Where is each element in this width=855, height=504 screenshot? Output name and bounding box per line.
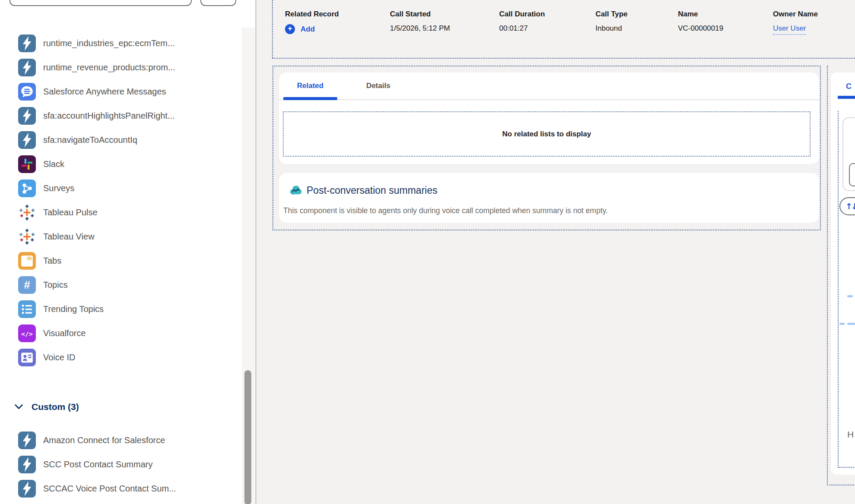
component-list-item[interactable]: Surveys xyxy=(18,180,175,197)
custom-section-title: Custom (3) xyxy=(32,402,79,412)
component-list-item[interactable]: </> Visualforce xyxy=(18,324,175,342)
component-label: SCC Post Contact Summary xyxy=(43,460,152,469)
field-related-record: Related Record Add xyxy=(285,10,339,34)
svg-text:</>: </> xyxy=(21,330,33,338)
lightning-icon xyxy=(18,432,36,449)
component-label: Voice ID xyxy=(43,353,75,362)
field-call-started: Call Started 1/5/2026, 5:12 PM xyxy=(390,10,450,33)
component-label: Tabs xyxy=(43,256,61,266)
component-list-item[interactable]: Trending Topics xyxy=(18,300,175,318)
component-list-item[interactable]: runtime_industries_epc:ecmTem... xyxy=(18,35,175,52)
field-name: Name VC-00000019 xyxy=(678,10,723,33)
tab-strip: Related Details xyxy=(279,72,819,100)
placeholder-dash xyxy=(847,323,855,325)
field-label: Related Record xyxy=(285,10,339,19)
component-palette: runtime_industries_epc:ecmTem... runtime… xyxy=(0,0,256,504)
highlights-panel-outline-left xyxy=(272,0,273,58)
custom-component-list: Amazon Connect for Salesforce SCC Post C… xyxy=(18,432,176,498)
active-tab-underline xyxy=(283,97,337,100)
field-value: 00:01:27 xyxy=(499,24,545,33)
highlights-panel-outline-bottom xyxy=(272,58,855,59)
search-input[interactable] xyxy=(10,0,192,6)
chevron-down-icon xyxy=(13,401,25,413)
related-lists-empty-text: No related lists to display xyxy=(502,130,591,139)
field-value: VC-00000019 xyxy=(678,24,723,33)
right-partial-button[interactable] xyxy=(849,163,855,186)
right-tab-partial[interactable]: C xyxy=(846,82,852,91)
palette-filter-button[interactable] xyxy=(200,0,236,6)
field-owner-name: Owner Name User User xyxy=(773,10,818,35)
tableau-icon xyxy=(18,204,36,221)
placeholder-dash xyxy=(839,323,845,325)
component-list-item[interactable]: SCCAC Voice Post Contact Sum... xyxy=(18,480,176,498)
topics-icon: # xyxy=(18,276,36,294)
custom-section-toggle[interactable]: Custom (3) xyxy=(13,401,79,413)
component-label: runtime_revenue_products:prom... xyxy=(43,63,175,72)
lightning-icon xyxy=(18,35,36,52)
field-label: Call Duration xyxy=(499,10,545,19)
visualforce-icon: </> xyxy=(18,324,36,342)
component-label: Salesforce Anywhere Messages xyxy=(43,87,166,97)
add-related-record-button[interactable]: Add xyxy=(285,24,339,34)
component-label: Amazon Connect for Salesforce xyxy=(43,435,165,445)
pcs-title: Post-conversation summaries xyxy=(307,185,437,196)
einstein-cloud-icon xyxy=(288,183,303,198)
component-list-item[interactable]: Salesforce Anywhere Messages xyxy=(18,83,175,101)
sort-arrows-icon: ↑↓ xyxy=(846,202,855,211)
lightning-icon xyxy=(18,107,36,125)
voice-id-icon xyxy=(18,349,36,366)
owner-name-link[interactable]: User User xyxy=(773,24,806,35)
component-list-item[interactable]: # Topics xyxy=(18,276,175,294)
related-lists-drop-region[interactable]: No related lists to display xyxy=(283,111,811,157)
component-list-item[interactable]: Tabs xyxy=(18,252,175,270)
right-heading-partial: H xyxy=(847,429,854,440)
palette-scrollbar-track[interactable] xyxy=(242,28,255,504)
component-label: SCCAC Voice Post Contact Sum... xyxy=(43,484,176,494)
tabs-icon xyxy=(18,252,36,270)
tab-related[interactable]: Related xyxy=(283,72,337,99)
field-label: Call Type xyxy=(595,10,627,19)
component-list-item[interactable]: sfa:accountHighlightsPanelRight... xyxy=(18,107,175,125)
component-list: runtime_industries_epc:ecmTem... runtime… xyxy=(18,35,175,366)
component-label: Surveys xyxy=(43,183,74,193)
tableau-icon xyxy=(18,228,36,246)
field-label: Name xyxy=(678,10,723,19)
component-label: Slack xyxy=(43,159,64,169)
component-list-item[interactable]: Slack xyxy=(18,155,175,173)
lightning-icon xyxy=(18,456,36,473)
field-label: Call Started xyxy=(390,10,450,19)
record-tabs-card: Related Details No related lists to disp… xyxy=(279,72,819,164)
component-list-item[interactable]: Voice ID xyxy=(18,349,175,366)
field-label: Owner Name xyxy=(773,10,818,19)
palette-scrollbar-thumb[interactable] xyxy=(244,370,251,504)
app-builder-canvas: runtime_industries_epc:ecmTem... runtime… xyxy=(0,0,855,504)
field-value: 1/5/2026, 5:12 PM xyxy=(390,24,450,33)
chat-bubble-icon xyxy=(18,83,36,101)
component-label: sfa:navigateToAccountIq xyxy=(43,135,137,145)
right-active-tab-underline xyxy=(838,96,855,99)
pcs-description: This component is visible to agents only… xyxy=(283,206,608,215)
lightning-icon xyxy=(18,59,36,76)
component-list-item[interactable]: sfa:navigateToAccountIq xyxy=(18,131,175,149)
lightning-icon xyxy=(18,131,36,149)
component-label: Visualforce xyxy=(43,328,86,338)
tab-details[interactable]: Details xyxy=(344,72,413,99)
plus-circle-icon xyxy=(285,24,295,34)
component-list-item[interactable]: Tableau Pulse xyxy=(18,204,175,221)
component-list-item[interactable]: SCC Post Contact Summary xyxy=(18,456,176,473)
svg-text:#: # xyxy=(24,279,30,291)
lightning-icon xyxy=(18,480,36,498)
sort-button[interactable]: ↑↓ xyxy=(839,197,855,215)
post-conversation-summaries-component[interactable]: Post-conversation summaries This compone… xyxy=(279,173,819,223)
placeholder-dash xyxy=(847,295,853,297)
field-call-type: Call Type Inbound xyxy=(595,10,627,33)
field-call-duration: Call Duration 00:01:27 xyxy=(499,10,545,33)
component-label: Trending Topics xyxy=(43,304,104,314)
component-label: runtime_industries_epc:ecmTem... xyxy=(43,38,175,48)
slack-icon xyxy=(18,155,36,173)
component-list-item[interactable]: Amazon Connect for Salesforce xyxy=(18,432,176,449)
component-label: Topics xyxy=(43,280,68,290)
surveys-icon xyxy=(18,180,36,197)
component-list-item[interactable]: runtime_revenue_products:prom... xyxy=(18,59,175,76)
component-list-item[interactable]: Tableau View xyxy=(18,228,175,246)
